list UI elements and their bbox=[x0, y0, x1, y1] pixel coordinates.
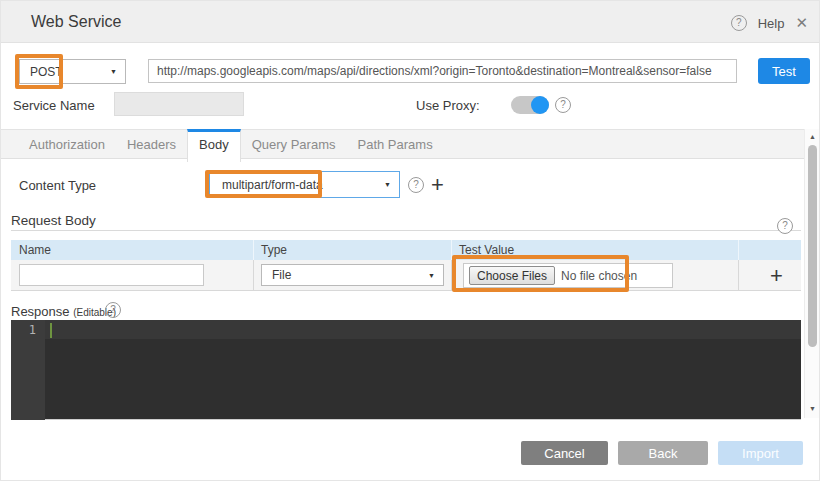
method-select-value: POST bbox=[20, 65, 110, 79]
response-label: Response (Editable) bbox=[11, 304, 116, 319]
response-help-icon[interactable]: ? bbox=[105, 302, 121, 318]
import-button[interactable]: Import bbox=[718, 441, 803, 465]
web-service-dialog: Web Service ? Help ✕ POST ▼ Test Service… bbox=[0, 0, 820, 481]
chevron-down-icon: ▼ bbox=[110, 68, 125, 75]
param-type-value: File bbox=[262, 268, 428, 282]
column-divider bbox=[738, 260, 739, 291]
help-link[interactable]: Help bbox=[758, 16, 785, 31]
line-number: 1 bbox=[29, 323, 36, 337]
method-select[interactable]: POST ▼ bbox=[19, 59, 126, 84]
use-proxy-toggle[interactable] bbox=[511, 96, 549, 114]
test-button[interactable]: Test bbox=[758, 58, 810, 84]
request-body-help-icon[interactable]: ? bbox=[777, 218, 793, 234]
cancel-button[interactable]: Cancel bbox=[521, 441, 608, 465]
column-divider bbox=[253, 240, 254, 260]
chevron-down-icon: ▼ bbox=[428, 272, 443, 279]
add-content-type-icon[interactable]: + bbox=[431, 175, 444, 195]
scroll-up-icon[interactable]: ▲ bbox=[805, 133, 820, 140]
content-type-help-icon[interactable]: ? bbox=[408, 177, 424, 193]
param-type-select[interactable]: File ▼ bbox=[261, 264, 444, 286]
url-input[interactable] bbox=[148, 59, 737, 83]
column-divider bbox=[253, 260, 254, 291]
response-editor[interactable]: 1 bbox=[11, 320, 801, 420]
table-row: File ▼ Choose Files No file chosen + bbox=[11, 260, 801, 291]
editor-cursor bbox=[50, 323, 52, 338]
request-body-title: Request Body bbox=[11, 213, 96, 228]
file-status-text: No file chosen bbox=[561, 269, 637, 283]
close-icon[interactable]: ✕ bbox=[795, 14, 808, 32]
editor-gutter: 1 bbox=[11, 320, 45, 420]
column-divider bbox=[451, 260, 452, 291]
section-divider bbox=[11, 230, 801, 231]
tab-path-params[interactable]: Path Params bbox=[346, 130, 443, 160]
scrollbar-thumb[interactable] bbox=[808, 145, 817, 347]
tab-authorization[interactable]: Authorization bbox=[18, 130, 116, 160]
toggle-knob bbox=[531, 96, 549, 114]
editor-active-line bbox=[45, 320, 801, 339]
tab-headers[interactable]: Headers bbox=[116, 130, 187, 160]
content-type-label: Content Type bbox=[19, 178, 96, 193]
choose-files-button[interactable]: Choose Files bbox=[469, 266, 555, 285]
service-name-label: Service Name bbox=[13, 98, 95, 113]
back-button[interactable]: Back bbox=[618, 441, 708, 465]
column-divider bbox=[738, 240, 739, 260]
help-icon[interactable]: ? bbox=[731, 15, 747, 31]
tab-body[interactable]: Body bbox=[187, 129, 241, 162]
table-header-row: Name Type Test Value bbox=[11, 240, 801, 260]
column-divider bbox=[451, 240, 452, 260]
tab-query-params[interactable]: Query Params bbox=[241, 130, 347, 160]
proxy-help-icon[interactable]: ? bbox=[555, 97, 571, 113]
tab-bar: Authorization Headers Body Query Params … bbox=[1, 129, 804, 159]
param-name-input[interactable] bbox=[19, 264, 204, 286]
column-header-name: Name bbox=[19, 243, 51, 257]
file-input[interactable]: Choose Files No file chosen bbox=[463, 263, 673, 288]
content-type-select[interactable]: multipart/form-data ▼ bbox=[209, 171, 400, 198]
content-type-value: multipart/form-data bbox=[210, 178, 384, 192]
dialog-header: Web Service ? Help ✕ bbox=[1, 1, 820, 43]
service-name-input bbox=[114, 92, 244, 116]
use-proxy-label: Use Proxy: bbox=[416, 98, 480, 113]
vertical-scrollbar[interactable]: ▲ ▼ bbox=[804, 129, 819, 418]
scroll-down-icon[interactable]: ▼ bbox=[805, 405, 820, 412]
column-header-test-value: Test Value bbox=[459, 243, 514, 257]
chevron-down-icon: ▼ bbox=[384, 181, 399, 188]
response-label-text: Response bbox=[11, 304, 70, 319]
column-header-type: Type bbox=[261, 243, 287, 257]
add-row-icon[interactable]: + bbox=[759, 260, 794, 291]
page-title: Web Service bbox=[31, 13, 121, 31]
